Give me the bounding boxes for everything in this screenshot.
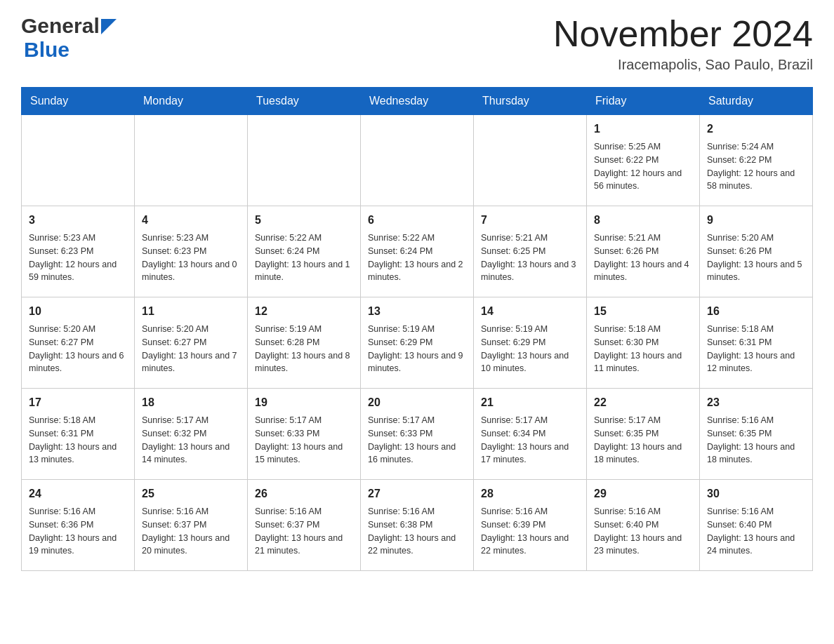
day-info: Sunrise: 5:23 AMSunset: 6:23 PMDaylight:… — [29, 232, 127, 284]
calendar-cell: 19Sunrise: 5:17 AMSunset: 6:33 PMDayligh… — [248, 389, 361, 480]
day-number: 16 — [707, 303, 805, 320]
weekday-header-thursday: Thursday — [474, 88, 587, 115]
day-info: Sunrise: 5:17 AMSunset: 6:32 PMDaylight:… — [142, 414, 240, 467]
day-info: Sunrise: 5:19 AMSunset: 6:29 PMDaylight:… — [368, 323, 466, 375]
day-number: 22 — [594, 394, 692, 411]
day-info: Sunrise: 5:16 AMSunset: 6:39 PMDaylight:… — [481, 505, 579, 558]
day-number: 7 — [481, 212, 579, 229]
day-info: Sunrise: 5:23 AMSunset: 6:23 PMDaylight:… — [142, 232, 240, 284]
day-number: 8 — [594, 212, 692, 229]
calendar-week-row: 3Sunrise: 5:23 AMSunset: 6:23 PMDaylight… — [22, 206, 813, 297]
calendar-cell: 24Sunrise: 5:16 AMSunset: 6:36 PMDayligh… — [22, 480, 135, 571]
weekday-header-wednesday: Wednesday — [361, 88, 474, 115]
title-block: November 2024 Iracemapolis, Sao Paulo, B… — [553, 14, 813, 73]
calendar-cell: 23Sunrise: 5:16 AMSunset: 6:35 PMDayligh… — [700, 389, 813, 480]
day-info: Sunrise: 5:16 AMSunset: 6:35 PMDaylight:… — [707, 414, 805, 467]
calendar-cell: 20Sunrise: 5:17 AMSunset: 6:33 PMDayligh… — [361, 389, 474, 480]
logo-general-text: General — [21, 14, 100, 38]
calendar-cell: 28Sunrise: 5:16 AMSunset: 6:39 PMDayligh… — [474, 480, 587, 571]
day-number: 12 — [255, 303, 353, 320]
day-number: 24 — [29, 485, 127, 502]
day-number: 15 — [594, 303, 692, 320]
calendar-cell: 16Sunrise: 5:18 AMSunset: 6:31 PMDayligh… — [700, 297, 813, 389]
calendar-week-row: 17Sunrise: 5:18 AMSunset: 6:31 PMDayligh… — [22, 389, 813, 480]
day-info: Sunrise: 5:17 AMSunset: 6:34 PMDaylight:… — [481, 414, 579, 467]
calendar-table: SundayMondayTuesdayWednesdayThursdayFrid… — [21, 87, 813, 571]
day-number: 1 — [594, 121, 692, 137]
calendar-cell: 29Sunrise: 5:16 AMSunset: 6:40 PMDayligh… — [587, 480, 700, 571]
calendar-cell: 7Sunrise: 5:21 AMSunset: 6:25 PMDaylight… — [474, 206, 587, 297]
calendar-cell: 17Sunrise: 5:18 AMSunset: 6:31 PMDayligh… — [22, 389, 135, 480]
day-number: 17 — [29, 394, 127, 411]
day-number: 25 — [142, 485, 240, 502]
day-number: 9 — [707, 212, 805, 229]
calendar-cell: 5Sunrise: 5:22 AMSunset: 6:24 PMDaylight… — [248, 206, 361, 297]
calendar-cell: 4Sunrise: 5:23 AMSunset: 6:23 PMDaylight… — [135, 206, 248, 297]
location-text: Iracemapolis, Sao Paulo, Brazil — [553, 57, 813, 73]
calendar-cell — [361, 115, 474, 206]
month-year-title: November 2024 — [553, 14, 813, 54]
calendar-cell: 26Sunrise: 5:16 AMSunset: 6:37 PMDayligh… — [248, 480, 361, 571]
logo-blue-text: Blue — [24, 38, 70, 61]
day-number: 26 — [255, 485, 353, 502]
calendar-week-row: 1Sunrise: 5:25 AMSunset: 6:22 PMDaylight… — [22, 115, 813, 206]
calendar-cell — [22, 115, 135, 206]
day-number: 28 — [481, 485, 579, 502]
calendar-cell: 18Sunrise: 5:17 AMSunset: 6:32 PMDayligh… — [135, 389, 248, 480]
day-number: 20 — [368, 394, 466, 411]
calendar-cell: 8Sunrise: 5:21 AMSunset: 6:26 PMDaylight… — [587, 206, 700, 297]
day-number: 3 — [29, 212, 127, 229]
day-info: Sunrise: 5:16 AMSunset: 6:40 PMDaylight:… — [594, 505, 692, 558]
calendar-cell: 13Sunrise: 5:19 AMSunset: 6:29 PMDayligh… — [361, 297, 474, 389]
day-number: 27 — [368, 485, 466, 502]
day-number: 4 — [142, 212, 240, 229]
day-info: Sunrise: 5:17 AMSunset: 6:35 PMDaylight:… — [594, 414, 692, 467]
day-number: 29 — [594, 485, 692, 502]
day-info: Sunrise: 5:16 AMSunset: 6:38 PMDaylight:… — [368, 505, 466, 558]
day-info: Sunrise: 5:20 AMSunset: 6:27 PMDaylight:… — [29, 323, 127, 375]
day-info: Sunrise: 5:25 AMSunset: 6:22 PMDaylight:… — [594, 140, 692, 193]
day-info: Sunrise: 5:16 AMSunset: 6:40 PMDaylight:… — [707, 505, 805, 558]
calendar-cell: 6Sunrise: 5:22 AMSunset: 6:24 PMDaylight… — [361, 206, 474, 297]
day-info: Sunrise: 5:17 AMSunset: 6:33 PMDaylight:… — [255, 414, 353, 467]
day-number: 10 — [29, 303, 127, 320]
calendar-cell: 14Sunrise: 5:19 AMSunset: 6:29 PMDayligh… — [474, 297, 587, 389]
calendar-cell: 12Sunrise: 5:19 AMSunset: 6:28 PMDayligh… — [248, 297, 361, 389]
weekday-header-saturday: Saturday — [700, 88, 813, 115]
day-info: Sunrise: 5:24 AMSunset: 6:22 PMDaylight:… — [707, 140, 805, 193]
day-info: Sunrise: 5:19 AMSunset: 6:28 PMDaylight:… — [255, 323, 353, 375]
calendar-week-row: 24Sunrise: 5:16 AMSunset: 6:36 PMDayligh… — [22, 480, 813, 571]
day-number: 11 — [142, 303, 240, 320]
weekday-header-row: SundayMondayTuesdayWednesdayThursdayFrid… — [22, 88, 813, 115]
day-number: 13 — [368, 303, 466, 320]
logo: General Blue — [21, 14, 117, 62]
day-info: Sunrise: 5:22 AMSunset: 6:24 PMDaylight:… — [255, 232, 353, 284]
day-number: 30 — [707, 485, 805, 502]
calendar-cell: 25Sunrise: 5:16 AMSunset: 6:37 PMDayligh… — [135, 480, 248, 571]
calendar-cell: 15Sunrise: 5:18 AMSunset: 6:30 PMDayligh… — [587, 297, 700, 389]
calendar-cell — [248, 115, 361, 206]
day-info: Sunrise: 5:18 AMSunset: 6:30 PMDaylight:… — [594, 323, 692, 375]
calendar-cell: 1Sunrise: 5:25 AMSunset: 6:22 PMDaylight… — [587, 115, 700, 206]
page-header: General Blue November 2024 Iracemapolis,… — [21, 14, 813, 73]
weekday-header-tuesday: Tuesday — [248, 88, 361, 115]
day-info: Sunrise: 5:16 AMSunset: 6:36 PMDaylight:… — [29, 505, 127, 558]
calendar-cell: 22Sunrise: 5:17 AMSunset: 6:35 PMDayligh… — [587, 389, 700, 480]
svg-marker-0 — [101, 19, 117, 34]
calendar-cell — [474, 115, 587, 206]
calendar-cell: 21Sunrise: 5:17 AMSunset: 6:34 PMDayligh… — [474, 389, 587, 480]
day-number: 19 — [255, 394, 353, 411]
day-number: 21 — [481, 394, 579, 411]
day-info: Sunrise: 5:18 AMSunset: 6:31 PMDaylight:… — [29, 414, 127, 467]
day-number: 6 — [368, 212, 466, 229]
calendar-cell — [135, 115, 248, 206]
calendar-cell: 10Sunrise: 5:20 AMSunset: 6:27 PMDayligh… — [22, 297, 135, 389]
calendar-cell: 27Sunrise: 5:16 AMSunset: 6:38 PMDayligh… — [361, 480, 474, 571]
weekday-header-sunday: Sunday — [22, 88, 135, 115]
calendar-cell: 11Sunrise: 5:20 AMSunset: 6:27 PMDayligh… — [135, 297, 248, 389]
calendar-cell: 3Sunrise: 5:23 AMSunset: 6:23 PMDaylight… — [22, 206, 135, 297]
day-info: Sunrise: 5:16 AMSunset: 6:37 PMDaylight:… — [142, 505, 240, 558]
weekday-header-friday: Friday — [587, 88, 700, 115]
day-info: Sunrise: 5:16 AMSunset: 6:37 PMDaylight:… — [255, 505, 353, 558]
day-info: Sunrise: 5:22 AMSunset: 6:24 PMDaylight:… — [368, 232, 466, 284]
